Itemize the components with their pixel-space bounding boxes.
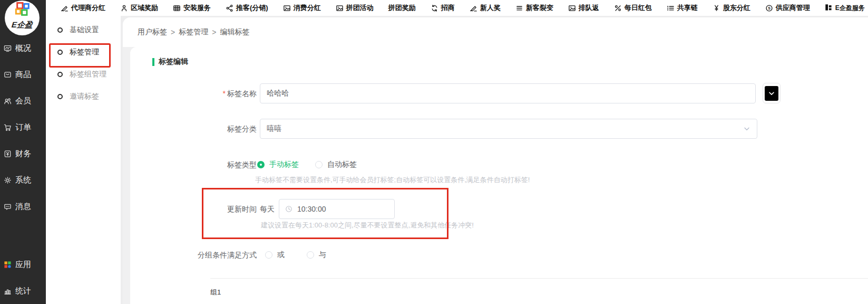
image-icon xyxy=(568,4,576,12)
nav-item-label: 每日红包 xyxy=(625,3,652,13)
image-icon xyxy=(336,4,344,12)
nav-item[interactable]: 每日红包 xyxy=(614,3,652,13)
image-icon xyxy=(283,4,291,12)
nav-item[interactable]: 拼团奖励 xyxy=(388,3,416,13)
sidebar-menu-bottom: 应用统计 xyxy=(0,251,46,304)
update-time-label: 更新时间 xyxy=(130,199,257,219)
nav-item[interactable]: 股东分红 xyxy=(713,3,750,13)
sidebar-item[interactable]: 会员 xyxy=(0,88,46,114)
tag-type-label: 标签类型 xyxy=(130,160,257,169)
nav-item[interactable]: 共享链 xyxy=(667,3,698,13)
radio-option-label: 与 xyxy=(319,250,326,260)
sidebar-item[interactable]: 财务 xyxy=(0,140,46,167)
sidebar-menu: 概况商品会员订单财务系统消息 xyxy=(0,35,46,220)
breadcrumb-item-current: 编辑标签 xyxy=(220,27,249,37)
nav-item[interactable]: 区域奖励 xyxy=(120,3,158,13)
tag-category-select[interactable]: 嘻嘻 xyxy=(260,119,757,139)
submenu-item[interactable]: 标签管理 xyxy=(46,41,121,63)
svg-text:S: S xyxy=(768,6,771,10)
tag-name-dropdown-button[interactable] xyxy=(765,86,778,101)
submenu-item[interactable]: 邀请标签 xyxy=(46,86,121,108)
update-time-input[interactable]: 10:30:00 xyxy=(279,199,395,219)
radio-option[interactable]: 与 xyxy=(307,250,326,260)
share-icon xyxy=(226,4,233,12)
sidebar-item[interactable]: 商品 xyxy=(0,61,46,88)
sidebar-item-label: 商品 xyxy=(15,70,31,80)
sidebar-item-label: 应用 xyxy=(15,260,31,270)
sidebar-item[interactable]: 统计 xyxy=(0,278,46,304)
nav-item-label: 区域奖励 xyxy=(131,3,158,13)
circle-icon xyxy=(57,27,63,33)
nav-item-label: 代理商分红 xyxy=(71,3,105,13)
nav-item[interactable]: 消费分红 xyxy=(283,3,321,13)
nav-item[interactable]: 招商 xyxy=(431,3,455,13)
group-match-label: 分组条件满足方式 xyxy=(130,250,257,260)
radio-option[interactable]: 手动标签 xyxy=(257,160,299,169)
nav-service-label: E企盈服务 xyxy=(835,4,865,13)
signature-icon xyxy=(470,4,477,12)
breadcrumb-item[interactable]: 标签管理 xyxy=(179,27,208,37)
radio-option[interactable]: 或 xyxy=(265,250,285,260)
app-root: { "brand": { "logo_text": "E企盈", "servic… xyxy=(0,0,868,304)
gear-icon xyxy=(4,176,12,184)
nav-item[interactable]: 新客裂变 xyxy=(515,3,553,13)
submenu-item-label: 基础设置 xyxy=(70,25,99,35)
nav-item-label: 股东分红 xyxy=(723,3,750,13)
supplier-icon: S xyxy=(765,4,773,12)
tag-name-dropdown-wrap xyxy=(763,83,781,103)
tag-type-radio-group: 手动标签自动标签 xyxy=(257,160,357,169)
breadcrumb-separator: > xyxy=(212,28,216,36)
radio-icon xyxy=(315,161,323,168)
group-divider xyxy=(210,278,868,279)
sidebar-item[interactable]: 消息 xyxy=(0,193,46,220)
nav-item[interactable]: S供应商管理 xyxy=(765,3,810,13)
tag-category-value: 嘻嘻 xyxy=(267,124,281,134)
nav-item[interactable]: 推客(分销) xyxy=(226,3,268,13)
sidebar-item-label: 系统 xyxy=(15,175,31,185)
tag-name-input[interactable] xyxy=(260,83,756,103)
breadcrumb-item[interactable]: 用户标签 xyxy=(138,27,167,37)
circle-icon xyxy=(57,72,63,77)
submenu-item-label: 标签组管理 xyxy=(70,70,106,79)
submenu-item[interactable]: 标签组管理 xyxy=(46,63,121,86)
circle-icon xyxy=(57,50,63,55)
radio-option[interactable]: 自动标签 xyxy=(315,160,357,169)
yen-icon xyxy=(713,4,720,12)
required-mark: * xyxy=(223,89,226,98)
tag-type-hint: 手动标签不需要设置条件,可手动给会员打标签;自动标签可以设置条件,满足条件自动打… xyxy=(255,175,530,185)
recycle-icon xyxy=(431,4,438,12)
signature-icon xyxy=(61,4,69,12)
section-header: 标签编辑 xyxy=(152,57,188,66)
nav-item[interactable]: 代理商分红 xyxy=(61,3,105,13)
chevron-down-icon xyxy=(768,90,775,97)
nav-item[interactable]: 拼团活动 xyxy=(336,3,374,13)
sidebar-item[interactable]: 应用 xyxy=(0,251,46,278)
radio-icon xyxy=(265,251,272,259)
nav-item[interactable]: 安装服务 xyxy=(173,3,211,13)
grid-table-icon xyxy=(173,4,181,12)
nav-item[interactable]: 排队返 xyxy=(568,3,599,13)
breadcrumb-separator: > xyxy=(171,28,175,36)
sidebar-item[interactable]: 概况 xyxy=(0,35,46,61)
stats-icon xyxy=(4,287,12,295)
sidebar-item[interactable]: 系统 xyxy=(0,167,46,193)
update-time-hint: 建议设置在每天1:00-8:00之间,尽量不要设置整点,避免和其他任务冲突! xyxy=(261,221,474,230)
menu-list-icon xyxy=(667,4,675,12)
chevron-down-icon xyxy=(743,125,750,132)
update-time-value: 10:30:00 xyxy=(297,205,326,213)
sidebar-item[interactable]: 订单 xyxy=(0,114,46,140)
sidebar-item-label: 消息 xyxy=(15,202,31,212)
tag-name-label: *标签名称 xyxy=(130,83,257,103)
nav-item-service[interactable]: E企盈服务 xyxy=(825,4,865,13)
nav-item-label: 新客裂变 xyxy=(526,3,553,13)
submenu-item[interactable]: 基础设置 xyxy=(46,19,121,41)
nav-item[interactable]: 新人奖 xyxy=(470,3,501,13)
finance-icon xyxy=(4,150,12,158)
sidebar-item-label: 财务 xyxy=(15,149,31,159)
lines-icon xyxy=(515,4,523,12)
nav-item-label: 消费分红 xyxy=(294,3,321,13)
submenu-panel: 基础设置标签管理标签组管理邀请标签 xyxy=(46,16,121,304)
nav-item-label: 共享链 xyxy=(677,3,698,13)
content-region: 基础设置标签管理标签组管理邀请标签 用户标签 > 标签管理 > 编辑标签 标签编… xyxy=(46,16,868,304)
brand-logo[interactable]: E企盈 xyxy=(5,1,40,35)
